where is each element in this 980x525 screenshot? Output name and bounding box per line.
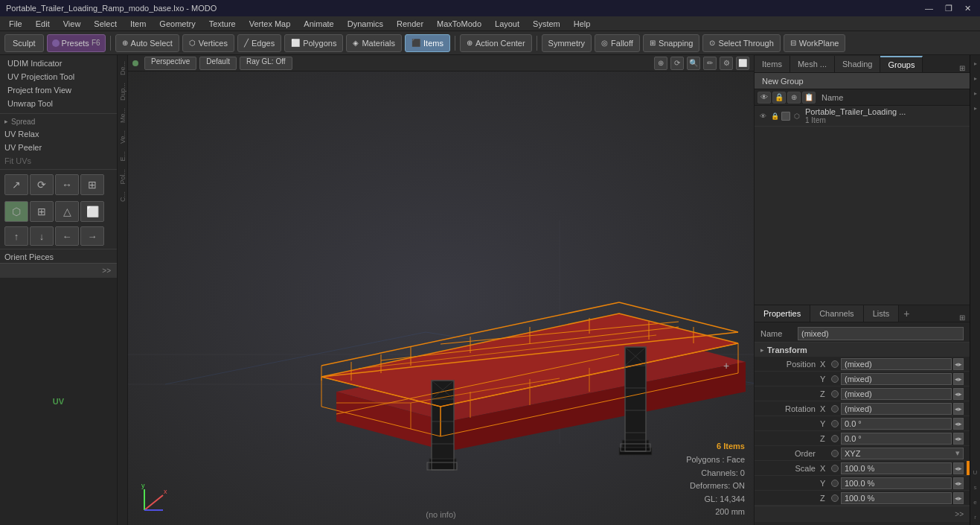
vp-icon-2[interactable]: 🔍 <box>687 57 700 70</box>
menu-system[interactable]: System <box>527 18 566 30</box>
project-from-view-item[interactable]: Project from View <box>3 83 114 97</box>
arrow-up-btn[interactable]: ↑ <box>4 226 28 246</box>
group-add-icon[interactable]: ⊕ <box>787 92 801 104</box>
minimize-button[interactable]: — <box>922 4 936 13</box>
prop-radio-sx[interactable] <box>831 465 839 472</box>
arrow-left-btn[interactable]: ← <box>55 226 79 246</box>
group-lock2-icon[interactable]: 🔒 <box>769 111 780 121</box>
prop-radio-pz[interactable] <box>831 390 839 398</box>
prop-arrow-pz[interactable]: ◂▸ <box>953 388 964 400</box>
prop-radio-ry[interactable] <box>831 420 839 427</box>
arrow-right-btn[interactable]: → <box>80 226 104 246</box>
menu-render[interactable]: Render <box>391 18 429 30</box>
expand-button[interactable]: >> <box>0 263 117 278</box>
vp-icon-3[interactable]: ✏ <box>703 57 717 70</box>
tab-mesh[interactable]: Mesh ... <box>790 56 835 72</box>
menu-file[interactable]: File <box>3 18 28 30</box>
menu-layout[interactable]: Layout <box>489 18 525 30</box>
polygons-button[interactable]: ⬜ Polygons <box>284 34 343 52</box>
props-expand-button[interactable]: ⊞ <box>955 314 970 322</box>
tab-items[interactable]: Items <box>755 56 790 72</box>
vp-icon-4[interactable]: ⚙ <box>720 57 733 70</box>
items-button[interactable]: ⬛ Items <box>405 34 450 52</box>
tool-icon-3[interactable]: ⊞ <box>80 174 104 195</box>
props-expand-area[interactable]: >> <box>755 506 970 522</box>
menu-view[interactable]: View <box>57 18 87 30</box>
tool-icon-6[interactable]: △ <box>55 201 79 222</box>
tab-groups[interactable]: Groups <box>880 56 923 72</box>
udim-indicator-item[interactable]: UDIM Indicator <box>3 57 114 70</box>
materials-button[interactable]: ◈ Materials <box>346 34 402 52</box>
tool-icon-5[interactable]: ⊞ <box>30 201 54 222</box>
menu-maxtomodo[interactable]: MaxToModo <box>431 18 487 30</box>
group-check-0[interactable] <box>781 112 790 121</box>
menu-dynamics[interactable]: Dynamics <box>342 18 389 30</box>
menu-vertex-map[interactable]: Vertex Map <box>243 18 297 30</box>
prop-radio-rx[interactable] <box>831 405 839 413</box>
transform-header[interactable]: ▸ Transform <box>755 342 970 357</box>
close-button[interactable]: ✕ <box>961 4 974 13</box>
prop-name-input[interactable] <box>798 327 964 340</box>
auto-select-button[interactable]: ⊕ Auto Select <box>115 34 179 52</box>
props-tab-channels[interactable]: Channels <box>810 305 863 322</box>
rsi-btn-1[interactable]: ▸ <box>971 71 980 85</box>
maximize-button[interactable]: ❐ <box>942 4 955 13</box>
prop-radio-order[interactable] <box>831 450 839 457</box>
group-row-0[interactable]: 👁 🔒 ⬡ Portable_Trailer_Loading ... 1 Ite… <box>755 106 970 127</box>
menu-texture[interactable]: Texture <box>203 18 242 30</box>
default-button[interactable]: Default <box>199 57 237 70</box>
menu-select[interactable]: Select <box>88 18 123 30</box>
vp-icon-0[interactable]: ⊕ <box>654 57 667 70</box>
prop-arrow-py[interactable]: ◂▸ <box>953 373 964 385</box>
group-copy-icon[interactable]: 📋 <box>802 92 816 104</box>
presets-button[interactable]: Presets F6 <box>47 34 106 52</box>
arrow-down-btn[interactable]: ↓ <box>30 226 54 246</box>
prop-arrow-ry[interactable]: ◂▸ <box>953 418 964 430</box>
tool-icon-0[interactable]: ↗ <box>4 174 28 195</box>
rsi-btn-6[interactable]: e <box>971 495 980 509</box>
group-visibility-icon[interactable]: 👁 <box>758 92 771 104</box>
rsi-btn-2[interactable]: ▸ <box>971 86 980 100</box>
prop-radio-py[interactable] <box>831 375 839 383</box>
select-through-button[interactable]: ⊙ Select Through <box>702 34 780 52</box>
workplane-button[interactable]: ⊟ WorkPlane <box>784 34 846 52</box>
prop-arrow-sx[interactable]: ◂▸ <box>953 462 964 474</box>
menu-animate[interactable]: Animate <box>298 18 339 30</box>
symmetry-button[interactable]: Symmetry <box>542 34 592 52</box>
tool-icon-4[interactable]: ⬡ <box>4 201 28 222</box>
prop-radio-px[interactable] <box>831 360 839 368</box>
uv-peeler-item[interactable]: UV Peeler <box>0 141 117 154</box>
edges-button[interactable]: ╱ Edges <box>237 34 281 52</box>
vp-icon-5[interactable]: ⬜ <box>736 57 749 70</box>
prop-arrow-rx[interactable]: ◂▸ <box>953 403 964 415</box>
rsi-btn-5[interactable]: s <box>971 480 980 494</box>
group-lock-icon[interactable]: 🔒 <box>772 92 786 104</box>
menu-edit[interactable]: Edit <box>30 18 56 30</box>
perspective-button[interactable]: Perspective <box>144 57 196 70</box>
falloff-button[interactable]: ◎ Falloff <box>595 34 640 52</box>
prop-radio-sy[interactable] <box>831 480 839 487</box>
prop-arrow-sy[interactable]: ◂▸ <box>953 477 964 489</box>
prop-radio-sz[interactable] <box>831 494 839 502</box>
vp-icon-1[interactable]: ⟳ <box>670 57 684 70</box>
uv-projection-tool-item[interactable]: UV Projection Tool <box>3 70 114 83</box>
tool-icon-2[interactable]: ↔ <box>55 174 79 195</box>
new-group-button[interactable]: New Group <box>755 73 970 89</box>
uv-relax-item[interactable]: UV Relax <box>0 127 117 141</box>
rsi-btn-4[interactable]: U <box>971 465 980 479</box>
props-add-tab-button[interactable]: + <box>899 305 914 322</box>
menu-geometry[interactable]: Geometry <box>153 18 201 30</box>
rsi-btn-3[interactable]: ▸ <box>971 101 980 115</box>
tool-icon-7[interactable]: ⬜ <box>80 201 104 222</box>
tool-icon-1[interactable]: ⟳ <box>30 174 54 195</box>
action-center-button[interactable]: ⊕ Action Center <box>460 34 532 52</box>
menu-help[interactable]: Help <box>568 18 597 30</box>
snapping-button[interactable]: ⊞ Snapping <box>643 34 700 52</box>
rp-expand-button[interactable]: ⊞ <box>955 64 970 72</box>
props-tab-properties[interactable]: Properties <box>755 305 810 322</box>
prop-dropdown-order[interactable]: XYZ <box>841 448 964 459</box>
prop-arrow-sz[interactable]: ◂▸ <box>953 492 964 504</box>
props-tab-lists[interactable]: Lists <box>864 305 900 322</box>
fit-uvs-item[interactable]: Fit UVs <box>0 154 117 168</box>
ray-gl-button[interactable]: Ray GL: Off <box>240 57 292 70</box>
